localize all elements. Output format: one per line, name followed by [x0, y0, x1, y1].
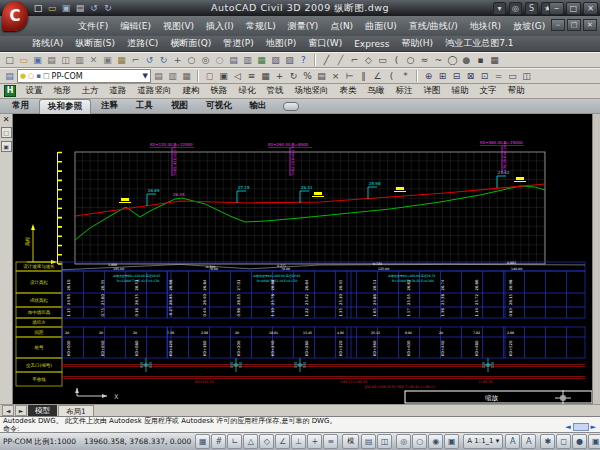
- palette-close-icon[interactable]: ✕: [3, 116, 10, 124]
- menu-item[interactable]: 测量(Y): [282, 20, 325, 33]
- lwt-toggle[interactable]: ≡: [323, 434, 338, 449]
- quickview-drawings-icon[interactable]: ◫: [377, 434, 392, 449]
- menu-item[interactable]: 窗口(W): [302, 37, 348, 50]
- drawing-workspace[interactable]: ✕ □▣: [0, 114, 600, 404]
- menu-item[interactable]: 帮助: [502, 85, 530, 97]
- polyline-icon[interactable]: ⌐: [348, 54, 361, 67]
- steering-wheel-icon[interactable]: ◎: [396, 434, 411, 449]
- ellipse-arc-icon[interactable]: ●: [460, 54, 473, 67]
- make-layer-current-icon[interactable]: ▤: [152, 70, 165, 83]
- layer-on-icon[interactable]: ●: [20, 71, 26, 81]
- menu-item[interactable]: 路线(A): [26, 37, 69, 50]
- copy-icon[interactable]: ▣: [101, 54, 114, 67]
- dyn-toggle[interactable]: +: [307, 434, 322, 449]
- menu-item[interactable]: 表类: [334, 85, 362, 97]
- mirror-icon[interactable]: ◁: [231, 70, 244, 83]
- layer-manager-icon[interactable]: ▤: [3, 70, 16, 83]
- ribbon-tab[interactable]: 常用: [4, 99, 37, 114]
- menu-item[interactable]: 标注: [390, 85, 418, 97]
- ribbon-tab[interactable]: 工具: [128, 99, 161, 114]
- menu-item[interactable]: 管线: [261, 85, 289, 97]
- tab-model[interactable]: 模型: [28, 405, 57, 416]
- hatch-icon[interactable]: ▦: [488, 54, 501, 67]
- layer-color-swatch[interactable]: □: [43, 71, 50, 81]
- ribbon-tab[interactable]: 输出: [242, 99, 275, 114]
- menu-item[interactable]: 放坡(G): [507, 20, 551, 33]
- tab-layout1[interactable]: 布局1: [58, 405, 94, 417]
- designcenter-icon[interactable]: ▥: [241, 54, 254, 67]
- ribbon-tab[interactable]: 视图: [163, 99, 196, 114]
- save-icon[interactable]: ▣: [31, 54, 44, 67]
- app-logo-icon[interactable]: C: [2, 1, 28, 31]
- dock-tool-icon-1[interactable]: □: [1, 127, 12, 138]
- osnap-settings-icon[interactable]: ⊕: [422, 70, 435, 83]
- profile-drawing-canvas[interactable]: 高程 26.8927.1526.4125.9827.42: [13, 114, 593, 404]
- tool-palettes-icon[interactable]: ▦: [255, 54, 268, 67]
- plot-icon[interactable]: ▤: [45, 54, 58, 67]
- otrack-toggle[interactable]: ∠: [275, 434, 290, 449]
- tab-scroll-right-icon[interactable]: ►: [15, 405, 27, 416]
- menu-item[interactable]: 土方: [76, 85, 104, 97]
- ducs-toggle[interactable]: ⊥: [291, 434, 306, 449]
- polar-toggle[interactable]: △: [243, 434, 258, 449]
- doc-minimize-button[interactable]: ‒: [551, 19, 565, 31]
- circle-icon[interactable]: ○: [404, 54, 417, 67]
- menu-item[interactable]: 辅助: [446, 85, 474, 97]
- cut-icon[interactable]: ✕: [87, 54, 100, 67]
- layer-dropdown[interactable]: ● ○ ▪ □ PP-COM ▼: [17, 69, 151, 83]
- scroll-right-icon[interactable]: ►: [591, 424, 596, 431]
- match-properties-icon[interactable]: ⌐: [129, 54, 142, 67]
- sheetset-icon[interactable]: ▧: [269, 54, 282, 67]
- pan-icon[interactable]: +: [171, 54, 184, 67]
- menu-item[interactable]: 插入(I): [200, 20, 240, 33]
- ungroup-icon[interactable]: ⊟: [450, 70, 463, 83]
- menu-item[interactable]: 绿化: [233, 85, 261, 97]
- plot-preview-icon[interactable]: ◫: [59, 54, 72, 67]
- point-icon[interactable]: ▪: [474, 54, 487, 67]
- menu-item[interactable]: 地块(R): [464, 20, 507, 33]
- menu-item[interactable]: 直线/曲线(/): [403, 20, 464, 33]
- region-icon[interactable]: ⊠: [464, 70, 477, 83]
- coordinates-readout[interactable]: 13960.358, 3768.337, 0.000: [84, 437, 191, 446]
- workspace-switch-icon[interactable]: ✱: [540, 434, 555, 449]
- layer-states-icon[interactable]: ▦: [180, 70, 193, 83]
- group-icon[interactable]: ⊞: [436, 70, 449, 83]
- menu-item[interactable]: 地形: [48, 85, 76, 97]
- help-icon[interactable]: ?: [297, 54, 310, 67]
- menu-item[interactable]: 鸟瞰: [362, 85, 390, 97]
- grid-toggle[interactable]: #: [211, 434, 226, 449]
- annotation-visibility-icon[interactable]: A: [505, 434, 520, 449]
- ortho-toggle[interactable]: ∟: [227, 434, 242, 449]
- annotation-scale-button[interactable]: A 1:1_1 ▾: [463, 434, 503, 449]
- search-icon[interactable]: ◎: [509, 2, 522, 15]
- new-icon[interactable]: □: [3, 54, 16, 67]
- ribbon-tab[interactable]: 注释: [93, 99, 126, 114]
- doc-close-button[interactable]: ✕: [583, 19, 597, 31]
- tab-scroll-left-icon[interactable]: ◄: [2, 405, 14, 416]
- markup-icon[interactable]: ▨: [283, 54, 296, 67]
- tray-settings-icon[interactable]: ▣: [588, 434, 600, 449]
- snap-toggle[interactable]: ▦: [195, 434, 210, 449]
- scroll-left-icon[interactable]: ◄: [565, 424, 570, 431]
- doc-restore-button[interactable]: □: [567, 19, 581, 31]
- move-icon[interactable]: +: [273, 70, 286, 83]
- showmotion-icon[interactable]: ▣: [444, 434, 459, 449]
- erase-icon[interactable]: ◻: [203, 70, 216, 83]
- open-icon[interactable]: ▭: [17, 54, 30, 67]
- ribbon-tab[interactable]: 可视化: [198, 99, 240, 114]
- scale-icon[interactable]: %: [301, 70, 314, 83]
- view-icon[interactable]: ◫: [520, 70, 533, 83]
- menu-item[interactable]: 详图: [418, 85, 446, 97]
- menu-item[interactable]: 帮助(H): [395, 37, 439, 50]
- menu-item[interactable]: 铁路: [205, 85, 233, 97]
- array-icon[interactable]: ▦: [259, 70, 272, 83]
- menu-item[interactable]: 曲面(U): [359, 20, 403, 33]
- ribbon-minimize-icon[interactable]: [283, 102, 299, 111]
- menu-item[interactable]: 场地竖向: [289, 85, 334, 97]
- fillet-icon[interactable]: (: [385, 70, 398, 83]
- zoom-icon[interactable]: ○: [412, 434, 427, 449]
- redo-icon[interactable]: ↻: [157, 54, 170, 67]
- command-line-panel[interactable]: Autodesk DWG。 此文件上次由 Autodesk 应用程序或 Auto…: [0, 416, 600, 432]
- osnap-toggle[interactable]: ◇: [259, 434, 274, 449]
- menu-item[interactable]: 横断面(Q): [164, 37, 217, 50]
